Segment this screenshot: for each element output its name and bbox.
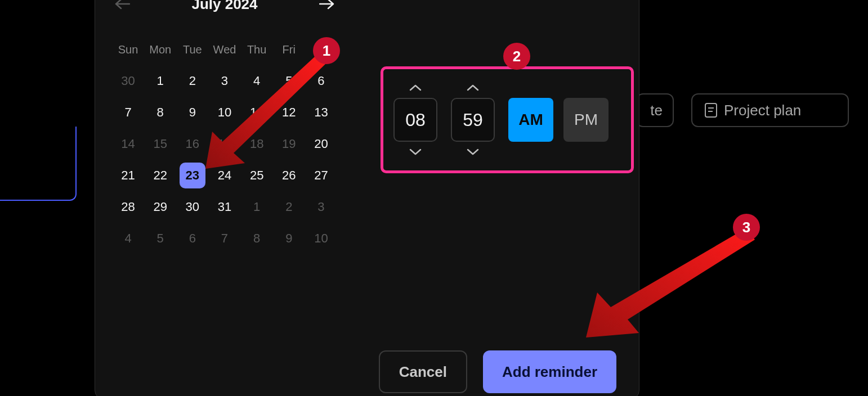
hour-down-button[interactable] (409, 147, 422, 156)
calendar-day[interactable]: 5 (273, 65, 305, 97)
calendar-day[interactable]: 31 (208, 191, 240, 223)
minute-up-button[interactable] (466, 83, 480, 92)
calendar-day[interactable]: 3 (305, 191, 337, 223)
calendar-week-row: 45678910 (112, 223, 337, 254)
minute-value[interactable]: 59 (451, 98, 495, 142)
calendar-day[interactable]: 6 (176, 223, 208, 254)
calendar-day[interactable]: 12 (273, 97, 305, 128)
dialog-footer: Cancel Add reminder (379, 350, 616, 393)
calendar-header: July 2024 (112, 0, 337, 14)
calendar-week-row: 21222324252627 (112, 160, 337, 191)
calendar-day[interactable]: 7 (208, 223, 240, 254)
calendar-day[interactable]: 1 (241, 191, 273, 223)
calendar-day[interactable]: 22 (144, 160, 176, 191)
weekday-header: Tue (176, 38, 208, 65)
calendar-day[interactable]: 5 (144, 223, 176, 254)
arrow-right-icon (319, 0, 335, 10)
calendar-day[interactable]: 23 (176, 160, 208, 191)
calendar-day[interactable]: 9 (273, 223, 305, 254)
calendar-day[interactable]: 14 (112, 128, 144, 160)
weekday-header: Sun (112, 38, 144, 65)
weekday-header: Mon (144, 38, 176, 65)
background-chip-fragment: te (636, 93, 674, 127)
am-button[interactable]: AM (508, 98, 553, 142)
minute-spinner: 59 (451, 83, 495, 156)
calendar-day[interactable]: 20 (305, 128, 337, 160)
calendar-day[interactable]: 26 (273, 160, 305, 191)
calendar-day[interactable]: 30 (176, 191, 208, 223)
calendar-day[interactable]: 24 (208, 160, 240, 191)
calendar-day[interactable]: 10 (305, 223, 337, 254)
calendar-day[interactable]: 27 (305, 160, 337, 191)
minute-down-button[interactable] (466, 147, 480, 156)
calendar-day[interactable]: 28 (112, 191, 144, 223)
hour-value[interactable]: 08 (393, 98, 437, 142)
project-plan-label: Project plan (724, 102, 801, 119)
calendar-day[interactable]: 21 (112, 160, 144, 191)
hour-spinner: 08 (393, 83, 437, 156)
calendar-day[interactable]: 15 (144, 128, 176, 160)
calendar-day[interactable]: 8 (241, 223, 273, 254)
weekday-header: Thu (241, 38, 273, 65)
calendar-day[interactable]: 29 (144, 191, 176, 223)
hour-up-button[interactable] (409, 83, 422, 92)
calendar-day[interactable]: 4 (112, 223, 144, 254)
month-year-label: July 2024 (191, 0, 257, 13)
calendar-day[interactable]: 16 (176, 128, 208, 160)
weekday-header-row: SunMonTueWedThuFriSat (112, 38, 337, 65)
time-picker: 08 59 AM PM (381, 66, 634, 173)
calendar-day[interactable]: 7 (112, 97, 144, 128)
background-panel-edge (0, 127, 77, 201)
prev-month-button[interactable] (112, 0, 132, 14)
calendar-day[interactable]: 11 (241, 97, 273, 128)
calendar-day[interactable]: 30 (112, 65, 144, 97)
calendar-day[interactable]: 2 (176, 65, 208, 97)
arrow-left-icon (114, 0, 130, 10)
calendar-day[interactable]: 17 (208, 128, 240, 160)
pm-button[interactable]: PM (563, 98, 609, 142)
date-time-picker-dialog: July 2024 SunMonTueWedThuFriSat 30123456… (95, 0, 639, 396)
weekday-header: Wed (208, 38, 240, 65)
next-month-button[interactable] (317, 0, 337, 14)
calendar-day[interactable]: 1 (144, 65, 176, 97)
calendar-day[interactable]: 9 (176, 97, 208, 128)
calendar-week-row: 30123456 (112, 65, 337, 97)
calendar-day[interactable]: 3 (208, 65, 240, 97)
cancel-button[interactable]: Cancel (379, 350, 467, 393)
calendar-grid: SunMonTueWedThuFriSat 301234567891011121… (112, 38, 337, 254)
calendar-day[interactable]: 4 (241, 65, 273, 97)
calendar-day[interactable]: 25 (241, 160, 273, 191)
weekday-header: Fri (273, 38, 305, 65)
calendar-day[interactable]: 13 (305, 97, 337, 128)
add-reminder-button[interactable]: Add reminder (483, 350, 616, 393)
calendar-day[interactable]: 6 (305, 65, 337, 97)
calendar-day[interactable]: 18 (241, 128, 273, 160)
calendar-week-row: 78910111213 (112, 97, 337, 128)
note-icon (705, 103, 717, 118)
calendar-day[interactable]: 10 (208, 97, 240, 128)
calendar-day[interactable]: 2 (273, 191, 305, 223)
calendar-day[interactable]: 19 (273, 128, 305, 160)
calendar-week-row: 14151617181920 (112, 128, 337, 160)
project-plan-chip[interactable]: Project plan (691, 93, 849, 127)
calendar-day[interactable]: 8 (144, 97, 176, 128)
ampm-toggle: AM PM (508, 98, 609, 142)
annotation-badge-3: 3 (733, 214, 760, 241)
chip-fragment-text: te (650, 102, 663, 119)
calendar-week-row: 28293031123 (112, 191, 337, 223)
weekday-header: Sat (305, 38, 337, 65)
